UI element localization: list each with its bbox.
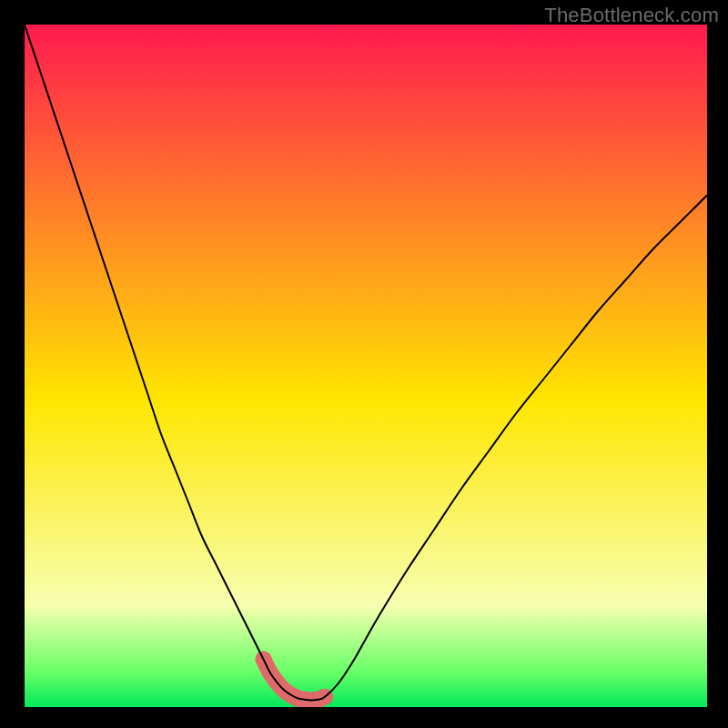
gradient-background-rect — [25, 25, 707, 707]
plot-area — [25, 25, 707, 707]
chart-svg — [25, 25, 707, 707]
chart-stage: TheBottleneck.com — [0, 0, 728, 728]
